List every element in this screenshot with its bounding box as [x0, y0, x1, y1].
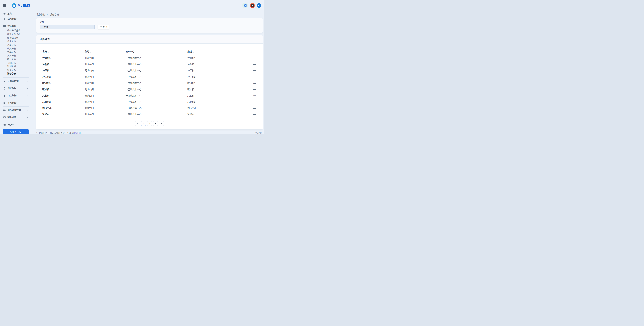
sidebar-item-workshop-data[interactable]: 车间数据	[3, 100, 29, 105]
pagination-page-2[interactable]: 2	[147, 121, 152, 126]
cell-description: 喷涂机1	[186, 80, 246, 86]
cell-description: 制冷主机	[186, 105, 246, 112]
column-header-description[interactable]: 描述	[186, 48, 246, 55]
pagination-prev-button[interactable]	[135, 121, 140, 126]
table-row: 总装机1 调试空间 一度城成本中心 总装机1 •••	[39, 92, 260, 99]
settings-gear-icon	[244, 4, 247, 7]
row-actions-ellipsis-icon[interactable]: •••	[253, 63, 256, 66]
notifications-button[interactable]	[250, 3, 255, 8]
cell-name: 冲压机2	[39, 74, 84, 80]
submenu-item[interactable]: 节能分析	[7, 61, 29, 65]
cell-cost-center: 一度城成本中心	[124, 105, 186, 112]
cell-description: 总装机1	[186, 92, 246, 99]
column-header-space[interactable]: 空间	[83, 48, 124, 55]
cell-cost-center: 一度城成本中心	[124, 55, 186, 61]
sidebar-item-tenant-data[interactable]: 租户数据	[3, 86, 29, 91]
cell-space: 调试空间	[83, 92, 124, 99]
row-actions-ellipsis-icon[interactable]: •••	[253, 76, 256, 78]
cell-description: 冲压机2	[186, 74, 246, 80]
submenu-item[interactable]: 计划分析	[7, 65, 29, 68]
sidebar-item-store-data[interactable]: 门店数据	[3, 93, 29, 98]
submenu-item[interactable]: 产出分析	[7, 43, 29, 47]
pie-chart-icon	[3, 80, 6, 82]
top-navbar: MyEMS	[0, 0, 264, 11]
gauge-icon	[3, 12, 6, 15]
table-row: 冷却泵 调试空间 一度城成本中心 冷却泵 •••	[39, 112, 260, 118]
sidebar-item-space-data[interactable]: 空间数据	[3, 16, 29, 21]
footer: 行业领先的开源能源管理系统 | 2025 © MyEMS v5.2.0	[36, 132, 263, 134]
shopping-bag-icon	[3, 94, 6, 97]
sort-icon[interactable]	[48, 51, 49, 52]
column-header-name[interactable]: 名称	[39, 48, 84, 55]
row-actions-ellipsis-icon[interactable]: •••	[253, 101, 256, 103]
cell-name: 总装机2	[39, 99, 84, 105]
sidebar-item-knowledge-base[interactable]: 知识库	[3, 122, 29, 127]
breadcrumb-separator: »	[47, 14, 48, 16]
main-content: 设备数据 » 设备台账 空间 导出 设备列表	[31, 11, 264, 134]
submenu-item[interactable]: 批量分析	[7, 68, 29, 72]
cell-space: 调试空间	[83, 68, 124, 74]
chevron-down-icon	[26, 80, 28, 82]
cell-cost-center: 一度城成本中心	[124, 68, 186, 74]
row-actions-ellipsis-icon[interactable]: •••	[253, 107, 256, 110]
submenu-item[interactable]: 碳排放分析	[7, 36, 29, 40]
pagination-page-3[interactable]: 3	[153, 121, 158, 126]
table-row: 喷涂机2 调试空间 一度城成本中心 喷涂机2 •••	[39, 86, 260, 92]
submenu-item[interactable]: 收入分析	[7, 47, 29, 50]
cell-cost-center: 一度城成本中心	[124, 86, 186, 92]
cell-space: 调试空间	[83, 105, 124, 112]
cell-name: 注塑机1	[39, 55, 84, 61]
sidebar-item-combined-equipment-data[interactable]: 组合设备数据	[3, 108, 29, 112]
sidebar-item-dashboard[interactable]: 总览	[3, 11, 29, 16]
user-avatar[interactable]	[256, 3, 261, 8]
brand-logo[interactable]: MyEMS	[12, 3, 30, 8]
submenu-item[interactable]: 负荷分析	[7, 54, 29, 58]
buy-enterprise-button[interactable]: 采购企业版	[3, 129, 29, 134]
cell-name: 冲压机1	[39, 68, 84, 74]
row-actions-ellipsis-icon[interactable]: •••	[253, 114, 256, 116]
row-actions-ellipsis-icon[interactable]: •••	[253, 82, 256, 84]
sidebar-item-label: 门店数据	[8, 94, 16, 97]
export-button[interactable]: 导出	[98, 24, 109, 30]
settings-button[interactable]	[242, 2, 248, 8]
menu-icon[interactable]	[3, 3, 6, 8]
row-actions-ellipsis-icon[interactable]: •••	[253, 70, 256, 72]
space-input[interactable]	[40, 24, 94, 30]
myems-logo-icon	[12, 3, 16, 8]
breadcrumb-parent[interactable]: 设备数据	[36, 13, 46, 16]
pagination-next-button[interactable]	[159, 121, 164, 126]
row-actions-ellipsis-icon[interactable]: •••	[253, 57, 256, 59]
chevron-left-icon	[137, 122, 139, 124]
cell-name: 制冷主机	[39, 105, 84, 112]
row-actions-ellipsis-icon[interactable]: •••	[253, 94, 256, 97]
chevron-down-icon	[26, 102, 28, 104]
app-version: v5.2.0	[256, 132, 262, 134]
sidebar-item-equipment-data[interactable]: 设备数据	[3, 24, 29, 28]
submenu-item[interactable]: 统计分析	[7, 58, 29, 61]
sort-icon[interactable]	[193, 51, 194, 52]
pagination-page-1[interactable]: 1	[141, 121, 146, 126]
sidebar-item-auxiliary-system[interactable]: 辅助系统	[3, 115, 29, 120]
table-row: 总装机2 调试空间 一度城成本中心 总装机2 •••	[39, 99, 260, 105]
table-row: 冲压机2 调试空间 一度城成本中心 冲压机2 •••	[39, 74, 260, 80]
sidebar-item-meter-data[interactable]: 计量表数据	[3, 78, 29, 84]
cell-name: 总装机1	[39, 92, 84, 99]
cell-description: 冷却泵	[186, 112, 246, 118]
sort-icon[interactable]	[136, 51, 137, 52]
footer-brand-link[interactable]: MyEMS	[74, 132, 82, 134]
brand-name: MyEMS	[18, 3, 30, 8]
submenu-item[interactable]: 成本分析	[7, 40, 29, 43]
cell-cost-center: 一度城成本中心	[124, 80, 186, 86]
chevron-down-icon	[26, 88, 28, 89]
submenu-item[interactable]: 能耗分项分析	[7, 32, 29, 36]
building-icon	[3, 17, 6, 20]
row-actions-ellipsis-icon[interactable]: •••	[253, 88, 256, 91]
divider	[3, 121, 29, 121]
table-row: 注塑机2 调试空间 一度城成本中心 注塑机2 •••	[39, 61, 260, 68]
folder-icon	[3, 123, 6, 126]
submenu-item-device-ledger-active[interactable]: 设备台账	[7, 72, 29, 76]
column-header-cost-center[interactable]: 成本中心	[124, 48, 186, 55]
sort-icon[interactable]	[90, 51, 91, 52]
submenu-item[interactable]: 效率分析	[7, 50, 29, 54]
submenu-item[interactable]: 能耗分类分析	[7, 29, 29, 32]
